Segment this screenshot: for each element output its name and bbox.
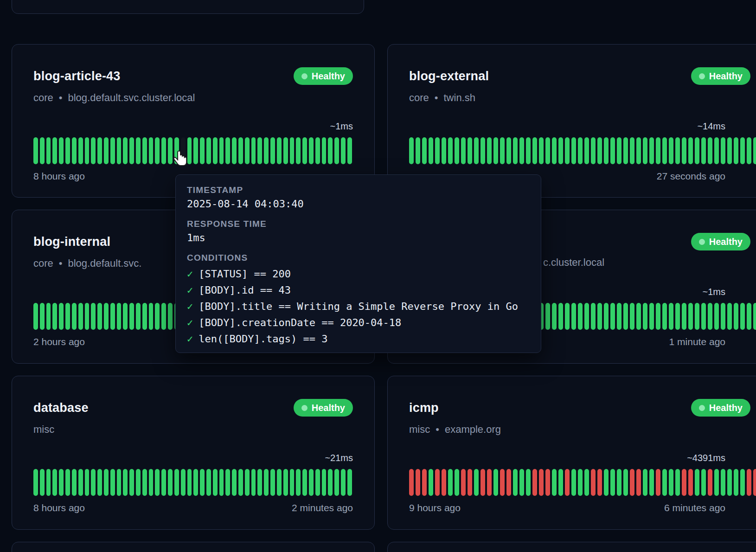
status-bar[interactable]: [617, 303, 621, 330]
status-bar[interactable]: [669, 137, 673, 164]
status-bar[interactable]: [33, 137, 38, 164]
status-bar[interactable]: [695, 303, 699, 330]
status-bar[interactable]: [682, 303, 686, 330]
status-bar[interactable]: [448, 469, 453, 496]
status-bar[interactable]: [283, 137, 288, 164]
status-bar[interactable]: [506, 137, 511, 164]
status-bar[interactable]: [232, 469, 237, 496]
status-bar[interactable]: [206, 469, 211, 496]
status-bar[interactable]: [442, 137, 446, 164]
status-bar[interactable]: [117, 469, 122, 496]
status-bar[interactable]: [532, 469, 537, 496]
status-bar[interactable]: [309, 469, 314, 496]
status-bar[interactable]: [682, 469, 686, 496]
status-bar[interactable]: [129, 303, 134, 330]
card-partial-bottom-left[interactable]: [12, 542, 375, 552]
status-bar[interactable]: [149, 469, 154, 496]
status-bar[interactable]: [610, 469, 615, 496]
status-bar[interactable]: [474, 137, 479, 164]
status-bar[interactable]: [649, 137, 654, 164]
status-bar[interactable]: [578, 137, 583, 164]
status-bar[interactable]: [149, 137, 154, 164]
status-bar[interactable]: [636, 469, 641, 496]
status-bar[interactable]: [597, 137, 602, 164]
status-bar[interactable]: [264, 469, 269, 496]
status-bar[interactable]: [727, 303, 732, 330]
status-bar[interactable]: [277, 137, 282, 164]
status-bar[interactable]: [161, 469, 166, 496]
status-bar[interactable]: [734, 303, 738, 330]
status-bar[interactable]: [708, 137, 712, 164]
status-bar[interactable]: [597, 303, 602, 330]
status-bar[interactable]: [682, 137, 686, 164]
status-bar[interactable]: [341, 137, 346, 164]
status-bar[interactable]: [688, 137, 693, 164]
status-bar[interactable]: [104, 469, 109, 496]
status-bar[interactable]: [468, 469, 472, 496]
status-bar[interactable]: [155, 137, 160, 164]
status-bar[interactable]: [545, 137, 550, 164]
status-bar[interactable]: [85, 469, 90, 496]
status-bar[interactable]: [662, 469, 667, 496]
status-bar[interactable]: [245, 137, 250, 164]
status-bar[interactable]: [213, 469, 218, 496]
status-bar[interactable]: [322, 137, 327, 164]
status-bar[interactable]: [136, 469, 141, 496]
status-bar[interactable]: [277, 469, 282, 496]
status-bar[interactable]: [747, 303, 751, 330]
status-bar[interactable]: [578, 303, 583, 330]
status-bar[interactable]: [701, 303, 706, 330]
status-bar[interactable]: [669, 469, 673, 496]
status-bar[interactable]: [104, 303, 109, 330]
status-bar[interactable]: [232, 137, 237, 164]
status-bar[interactable]: [40, 137, 45, 164]
status-bar[interactable]: [52, 469, 57, 496]
status-bar[interactable]: [123, 469, 128, 496]
status-bar[interactable]: [270, 137, 275, 164]
status-bar[interactable]: [104, 137, 109, 164]
status-bar[interactable]: [740, 137, 745, 164]
status-bar[interactable]: [545, 303, 550, 330]
status-bar[interactable]: [636, 137, 641, 164]
status-bar[interactable]: [545, 469, 550, 496]
status-bar[interactable]: [675, 469, 680, 496]
status-bar[interactable]: [753, 137, 756, 164]
status-bar[interactable]: [46, 469, 51, 496]
status-bar[interactable]: [526, 137, 531, 164]
status-bar[interactable]: [558, 469, 563, 496]
status-bar[interactable]: [481, 469, 485, 496]
status-bar[interactable]: [110, 469, 115, 496]
status-bar[interactable]: [149, 303, 154, 330]
status-bar[interactable]: [539, 469, 544, 496]
status-bar[interactable]: [610, 303, 615, 330]
service-card-database[interactable]: database Healthy misc ~21ms 8 hours ago …: [12, 376, 375, 530]
status-bar[interactable]: [52, 137, 57, 164]
status-bar[interactable]: [695, 137, 699, 164]
status-bar[interactable]: [409, 469, 414, 496]
status-bar[interactable]: [727, 137, 732, 164]
status-bar[interactable]: [296, 469, 301, 496]
status-bar[interactable]: [33, 469, 38, 496]
status-bar[interactable]: [200, 137, 205, 164]
status-bar[interactable]: [206, 137, 211, 164]
status-bar[interactable]: [328, 469, 333, 496]
status-bar[interactable]: [129, 137, 134, 164]
status-bar[interactable]: [474, 469, 479, 496]
status-bar[interactable]: [481, 137, 485, 164]
status-bar[interactable]: [257, 137, 262, 164]
status-bar[interactable]: [442, 469, 446, 496]
status-bar[interactable]: [630, 137, 634, 164]
status-bar[interactable]: [526, 469, 531, 496]
status-bar[interactable]: [142, 303, 147, 330]
status-bar[interactable]: [72, 137, 77, 164]
status-bar[interactable]: [714, 137, 719, 164]
status-bar[interactable]: [117, 137, 122, 164]
status-bar[interactable]: [643, 469, 647, 496]
status-bar[interactable]: [753, 469, 756, 496]
status-bar[interactable]: [532, 137, 537, 164]
status-bar[interactable]: [290, 469, 295, 496]
status-bar[interactable]: [455, 137, 459, 164]
status-bar[interactable]: [734, 137, 738, 164]
status-bar[interactable]: [513, 469, 518, 496]
status-bar[interactable]: [552, 303, 557, 330]
